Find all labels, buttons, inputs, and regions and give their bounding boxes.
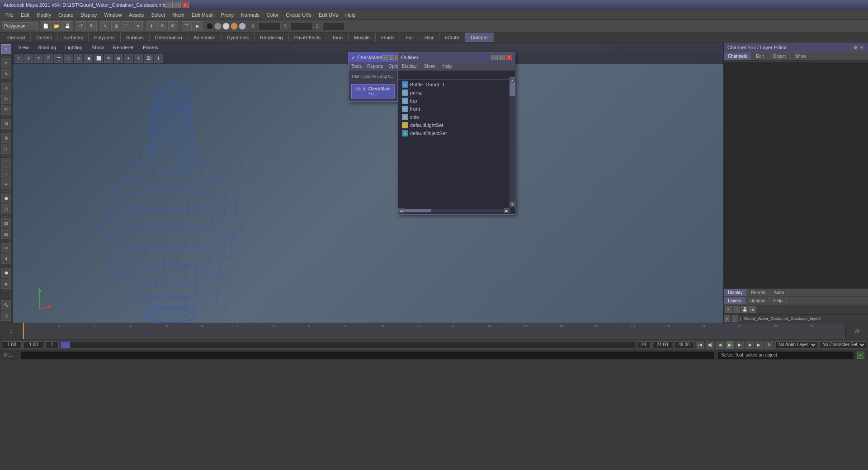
tb-select-mode[interactable]: ↖ [100, 21, 110, 31]
hscroll-right-btn[interactable]: ▶ [504, 208, 509, 213]
menu-color[interactable]: Color [263, 10, 282, 19]
vp-menu-panels[interactable]: Panels [141, 44, 160, 51]
vp-tb-rotate[interactable]: ↻ [34, 54, 43, 63]
frame-range-handle[interactable] [61, 342, 70, 348]
tool-create-poly[interactable]: ▤ [1, 218, 11, 228]
tb-rotate[interactable]: ⟳ [157, 21, 167, 31]
out-item-bottle-gourd[interactable]: M Bottle_Gourd_1 [398, 80, 515, 89]
tab-toon[interactable]: Toon [326, 33, 349, 42]
hscroll-track[interactable] [404, 209, 504, 212]
menu-window[interactable]: Window [100, 10, 125, 19]
y-input[interactable] [290, 22, 313, 30]
start-frame-input[interactable] [2, 341, 22, 348]
z-input[interactable] [322, 22, 345, 30]
vp-menu-renderer[interactable]: Renderer [111, 44, 136, 51]
tab-painteffects[interactable]: PaintEffects [289, 33, 327, 42]
vp-tb-origin[interactable]: ✦ [124, 54, 133, 63]
tool-birail[interactable]: ⬟ [1, 193, 11, 203]
outliner-vscrollbar[interactable]: ▲ ▼ [509, 77, 515, 207]
vp-menu-view[interactable]: View [16, 44, 31, 51]
tab-animation[interactable]: Animation [188, 33, 222, 42]
out-item-persp[interactable]: C persp [398, 89, 515, 97]
out-item-side[interactable]: C side [398, 113, 515, 121]
tb-color-warm[interactable] [231, 23, 238, 30]
tb-save[interactable]: 💾 [62, 21, 72, 31]
tool-pencil[interactable]: ✏ [1, 179, 11, 189]
cm-menu-reports[interactable]: Reports [364, 62, 386, 70]
goto-checkmate-button[interactable]: Go to CheckMate Fo... [351, 84, 395, 99]
tab-render[interactable]: Render [747, 289, 770, 296]
out-close-btn[interactable]: ✕ [506, 55, 512, 60]
tool-cv-curve[interactable]: ⌒ [1, 158, 11, 168]
tool-render-settings[interactable]: 🔧 [1, 300, 11, 310]
end-time-input[interactable] [674, 341, 694, 348]
pb-goto-start-btn[interactable]: |◀ [696, 341, 704, 349]
tb-open[interactable]: 📂 [52, 21, 61, 31]
tb-color-black[interactable] [206, 23, 213, 30]
tool-split-poly[interactable]: ✂ [1, 243, 11, 253]
menu-create[interactable]: Create [55, 10, 77, 19]
menu-mesh[interactable]: Mesh [169, 10, 188, 19]
layer-tab-help[interactable]: Help [769, 297, 787, 305]
menu-create-uvs[interactable]: Create UVs [282, 10, 315, 19]
layer-add-btn[interactable]: + [725, 306, 732, 313]
out-item-front[interactable]: C front [398, 105, 515, 113]
tb-scale[interactable]: ⇱ [168, 21, 178, 31]
hscroll-thumb[interactable] [404, 209, 431, 212]
tb-undo[interactable]: ↺ [76, 21, 86, 31]
tab-deformation[interactable]: Deformation [150, 33, 188, 42]
vp-tb-wire[interactable]: ⬡ [64, 54, 73, 63]
tool-cluster[interactable]: ◈ [1, 279, 11, 289]
menu-display[interactable]: Display [77, 10, 100, 19]
current-frame-input[interactable] [24, 341, 43, 348]
tb-color-gray[interactable] [214, 23, 222, 30]
rp-close-btn[interactable]: ✕ [859, 45, 864, 50]
tab-anim[interactable]: Anim [770, 289, 788, 296]
pb-goto-end-btn[interactable]: ▶| [755, 341, 764, 349]
menu-edit-mesh[interactable]: Edit Mesh [188, 10, 217, 19]
tab-curves[interactable]: Curves [31, 33, 58, 42]
layer-tab-options[interactable]: Options [745, 297, 769, 305]
outliner-search-input[interactable] [398, 70, 515, 80]
tool-append-poly[interactable]: ▥ [1, 229, 11, 239]
pb-next-key-btn[interactable]: |▶ [745, 341, 754, 349]
tb-color-white[interactable] [222, 23, 230, 30]
pb-next-frame-btn[interactable]: ▶ [736, 341, 744, 349]
vp-tb-hud[interactable]: ℹ [154, 54, 163, 63]
menu-file[interactable]: File [2, 10, 17, 19]
cm-maximize-btn[interactable]: □ [389, 55, 394, 60]
command-line[interactable] [21, 352, 714, 359]
out-menu-display[interactable]: Display [398, 62, 420, 70]
vscroll-thumb[interactable] [509, 83, 515, 96]
tab-ncloth[interactable]: nCloth [439, 33, 465, 42]
tb-snap-grid[interactable]: ⊞ [111, 21, 121, 31]
tb-redo[interactable]: ↻ [87, 21, 97, 31]
vp-tb-move[interactable]: ✛ [24, 54, 33, 63]
vp-menu-lighting[interactable]: Lighting [63, 44, 85, 51]
layer-tab-layers[interactable]: Layers [724, 297, 745, 305]
tab-custom[interactable]: Custom [465, 33, 494, 42]
tab-fluids[interactable]: Fluids [376, 33, 400, 42]
tool-ep-curve[interactable]: ⌣ [1, 169, 11, 179]
tb-new[interactable]: 📄 [41, 21, 51, 31]
ch-tab-show[interactable]: Show [791, 52, 810, 60]
tool-select[interactable]: ↖ [1, 44, 11, 54]
out-item-top[interactable]: C top [398, 97, 515, 105]
tool-scale[interactable]: ⇱ [1, 105, 11, 115]
ch-tab-channels[interactable]: Channels [724, 52, 751, 60]
hscroll-left-btn[interactable]: ◀ [398, 208, 404, 213]
tab-subdivs[interactable]: Subdivs [121, 33, 150, 42]
vp-tb-camera[interactable]: 📷 [54, 54, 63, 63]
menu-edit-uvs[interactable]: Edit UVs [315, 10, 342, 19]
rp-options-btn[interactable]: ⚙ [853, 45, 858, 50]
pb-prev-frame-btn[interactable]: ◀ [716, 341, 724, 349]
tb-color-cool[interactable] [239, 23, 246, 30]
vp-tb-select[interactable]: ↖ [14, 54, 24, 63]
cm-minimize-btn[interactable]: − [382, 55, 388, 60]
vp-tb-light[interactable]: ☀ [134, 54, 143, 63]
tool-show-manip[interactable]: ⊞ [1, 119, 11, 129]
tb-snap-point[interactable]: ✦ [133, 21, 143, 31]
timeline-track[interactable]: 1 2 3 4 5 6 7 8 9 10 11 12 13 14 15 16 1… [23, 323, 845, 339]
end-frame-input[interactable] [637, 341, 651, 348]
outliner-hscrollbar[interactable]: ◀ ▶ [398, 207, 509, 214]
